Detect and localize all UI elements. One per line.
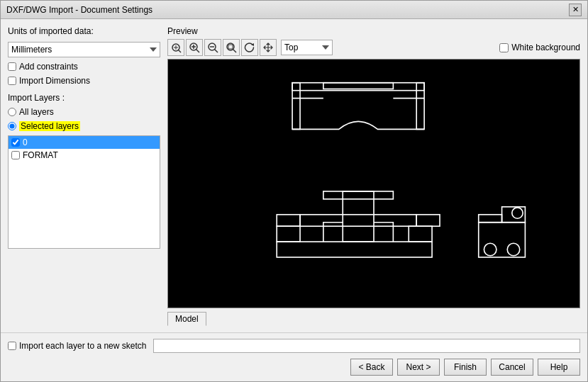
preview-label: Preview bbox=[167, 26, 580, 36]
layer-format-name: FORMAT bbox=[23, 150, 58, 160]
fit-view-btn[interactable] bbox=[167, 39, 184, 56]
all-layers-row: All layers bbox=[8, 107, 160, 117]
cancel-button[interactable]: Cancel bbox=[491, 359, 533, 376]
preview-canvas bbox=[167, 59, 580, 308]
import-each-layer-label: Import each layer to a new sketch bbox=[19, 341, 146, 351]
svg-line-12 bbox=[233, 50, 237, 53]
svg-point-34 bbox=[507, 243, 520, 256]
svg-rect-28 bbox=[416, 215, 440, 226]
tab-model[interactable]: Model bbox=[167, 312, 206, 326]
svg-rect-13 bbox=[228, 45, 233, 49]
import-dimensions-row: Import Dimensions bbox=[8, 76, 160, 86]
svg-line-5 bbox=[196, 50, 200, 53]
tabs-row: Model bbox=[167, 311, 580, 325]
import-layers-label: Import Layers : bbox=[8, 93, 160, 103]
layer-format-checkbox[interactable] bbox=[11, 151, 20, 159]
svg-rect-21 bbox=[277, 242, 432, 257]
import-dimensions-label: Import Dimensions bbox=[19, 76, 90, 86]
svg-point-33 bbox=[484, 243, 497, 256]
main-window: DXF/DWG Import - Document Settings ✕ Uni… bbox=[0, 0, 588, 382]
toolbar: Top Front Right Isometric White backgrou… bbox=[167, 39, 580, 56]
units-dropdown[interactable]: Millimeters Inches Feet Centimeters bbox=[8, 42, 160, 57]
add-constraints-checkbox[interactable] bbox=[8, 62, 16, 71]
white-bg-row: White background bbox=[499, 43, 580, 52]
selected-layers-radio[interactable] bbox=[8, 122, 16, 130]
svg-rect-23 bbox=[409, 226, 432, 242]
svg-rect-29 bbox=[479, 223, 526, 257]
view-dropdown[interactable]: Top Front Right Isometric bbox=[281, 40, 333, 55]
svg-line-1 bbox=[178, 50, 181, 52]
white-bg-checkbox[interactable] bbox=[499, 43, 509, 52]
svg-rect-30 bbox=[479, 215, 502, 223]
white-bg-label: White background bbox=[511, 43, 580, 52]
svg-point-32 bbox=[512, 208, 523, 218]
main-content: Units of imported data: Millimeters Inch… bbox=[1, 19, 587, 332]
selected-layers-row: Selected layers bbox=[8, 121, 160, 131]
add-constraints-label: Add constraints bbox=[19, 62, 78, 72]
zoom-out-btn[interactable] bbox=[204, 39, 221, 56]
svg-rect-22 bbox=[277, 226, 300, 242]
zoom-in-btn[interactable] bbox=[186, 39, 203, 56]
all-layers-label: All layers bbox=[19, 107, 54, 117]
svg-rect-25 bbox=[300, 215, 416, 226]
bottom-checkbox-area: Import each layer to a new sketch bbox=[8, 339, 580, 353]
units-label: Units of imported data: bbox=[8, 26, 160, 36]
selected-layers-label: Selected layers bbox=[19, 121, 80, 131]
next-button[interactable]: Next > bbox=[397, 359, 440, 376]
svg-rect-26 bbox=[323, 191, 393, 199]
layer-0-name: 0 bbox=[23, 137, 28, 147]
finish-button[interactable]: Finish bbox=[444, 359, 487, 376]
left-panel: Units of imported data: Millimeters Inch… bbox=[8, 26, 160, 325]
svg-line-9 bbox=[215, 50, 218, 53]
close-button[interactable]: ✕ bbox=[569, 4, 582, 16]
svg-rect-17 bbox=[416, 83, 424, 130]
import-dimensions-checkbox[interactable] bbox=[8, 77, 16, 85]
layers-list[interactable]: 0 FORMAT bbox=[8, 135, 160, 249]
help-button[interactable]: Help bbox=[538, 359, 580, 376]
add-constraints-row: Add constraints bbox=[8, 62, 160, 72]
buttons-row: < Back Next > Finish Cancel Help bbox=[8, 359, 580, 376]
pan-btn[interactable] bbox=[260, 39, 277, 56]
rotate-btn[interactable] bbox=[241, 39, 258, 56]
svg-rect-16 bbox=[292, 83, 300, 130]
svg-rect-18 bbox=[323, 83, 393, 89]
svg-rect-27 bbox=[277, 215, 300, 226]
right-panel: Preview bbox=[167, 26, 580, 325]
zoom-fit-btn[interactable] bbox=[223, 39, 240, 56]
layer-0-checkbox[interactable] bbox=[11, 138, 20, 147]
import-each-layer-checkbox[interactable] bbox=[8, 342, 16, 350]
title-bar: DXF/DWG Import - Document Settings ✕ bbox=[1, 1, 587, 19]
sketch-name-field[interactable] bbox=[153, 339, 580, 353]
import-each-layer-row: Import each layer to a new sketch bbox=[8, 341, 146, 351]
window-title: DXF/DWG Import - Document Settings bbox=[6, 5, 152, 15]
back-button[interactable]: < Back bbox=[350, 359, 393, 376]
all-layers-radio[interactable] bbox=[8, 108, 16, 116]
layer-item-format[interactable]: FORMAT bbox=[9, 149, 160, 162]
bottom-bar: Import each layer to a new sketch < Back… bbox=[1, 332, 587, 381]
layer-item-0[interactable]: 0 bbox=[9, 136, 160, 149]
